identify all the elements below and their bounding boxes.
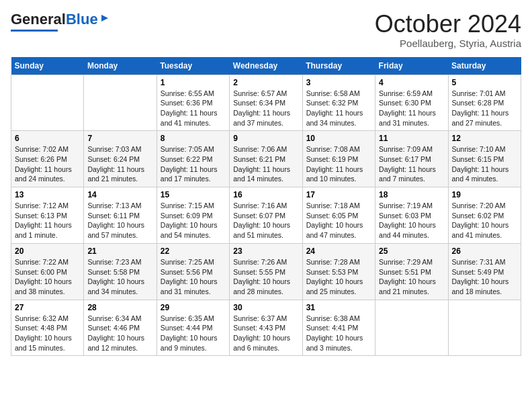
day-cell-24: 24Sunrise: 7:28 AMSunset: 5:53 PMDayligh…	[302, 243, 375, 300]
day-cell-2: 2Sunrise: 6:57 AMSunset: 6:34 PMDaylight…	[230, 75, 302, 131]
day-number: 10	[306, 134, 371, 143]
day-number: 4	[379, 78, 444, 87]
day-info: Sunrise: 7:08 AMSunset: 6:19 PMDaylight:…	[306, 144, 371, 184]
day-info: Sunrise: 6:37 AMSunset: 4:43 PMDaylight:…	[233, 314, 298, 353]
day-number: 27	[15, 303, 80, 312]
location-subtitle: Poellauberg, Styria, Austria	[375, 38, 521, 49]
day-number: 31	[306, 303, 371, 312]
day-cell-7: 7Sunrise: 7:03 AMSunset: 6:24 PMDaylight…	[84, 131, 157, 187]
day-info: Sunrise: 7:26 AMSunset: 5:55 PMDaylight:…	[233, 257, 298, 297]
logo-general-text: General	[11, 11, 66, 28]
day-info: Sunrise: 7:01 AMSunset: 6:28 PMDaylight:…	[452, 89, 517, 128]
day-info: Sunrise: 7:18 AMSunset: 6:05 PMDaylight:…	[306, 201, 371, 240]
col-header-saturday: Saturday	[448, 57, 521, 75]
day-number: 30	[233, 303, 298, 312]
day-info: Sunrise: 7:06 AMSunset: 6:21 PMDaylight:…	[233, 144, 298, 184]
day-cell-20: 20Sunrise: 7:22 AMSunset: 6:00 PMDayligh…	[11, 243, 84, 300]
empty-cell	[448, 300, 521, 356]
day-info: Sunrise: 6:35 AMSunset: 4:44 PMDaylight:…	[161, 314, 226, 353]
day-info: Sunrise: 7:05 AMSunset: 6:22 PMDaylight:…	[161, 144, 226, 184]
day-info: Sunrise: 7:25 AMSunset: 5:56 PMDaylight:…	[161, 257, 226, 297]
day-number: 3	[306, 78, 371, 87]
day-cell-26: 26Sunrise: 7:31 AMSunset: 5:49 PMDayligh…	[448, 243, 521, 300]
day-number: 22	[161, 246, 226, 256]
day-info: Sunrise: 7:29 AMSunset: 5:51 PMDaylight:…	[379, 257, 444, 297]
day-number: 18	[379, 190, 444, 199]
day-number: 17	[306, 190, 371, 199]
day-cell-1: 1Sunrise: 6:55 AMSunset: 6:36 PMDaylight…	[157, 75, 229, 131]
empty-cell	[11, 75, 84, 131]
day-number: 24	[306, 246, 371, 256]
day-number: 25	[379, 246, 444, 256]
month-title: October 2024	[375, 11, 521, 38]
day-info: Sunrise: 7:10 AMSunset: 6:15 PMDaylight:…	[452, 144, 517, 184]
day-info: Sunrise: 7:28 AMSunset: 5:53 PMDaylight:…	[306, 257, 371, 297]
day-info: Sunrise: 6:55 AMSunset: 6:36 PMDaylight:…	[161, 89, 226, 128]
day-cell-10: 10Sunrise: 7:08 AMSunset: 6:19 PMDayligh…	[302, 131, 375, 187]
day-info: Sunrise: 7:12 AMSunset: 6:13 PMDaylight:…	[15, 201, 80, 240]
day-number: 19	[452, 190, 517, 199]
day-info: Sunrise: 7:13 AMSunset: 6:11 PMDaylight:…	[87, 201, 152, 240]
day-cell-25: 25Sunrise: 7:29 AMSunset: 5:51 PMDayligh…	[375, 243, 448, 300]
col-header-sunday: Sunday	[11, 57, 84, 75]
day-number: 29	[161, 303, 226, 312]
day-cell-12: 12Sunrise: 7:10 AMSunset: 6:15 PMDayligh…	[448, 131, 521, 187]
day-number: 23	[233, 246, 298, 256]
day-info: Sunrise: 6:32 AMSunset: 4:48 PMDaylight:…	[15, 314, 80, 353]
day-number: 2	[233, 78, 298, 87]
day-cell-19: 19Sunrise: 7:20 AMSunset: 6:02 PMDayligh…	[448, 187, 521, 244]
day-number: 15	[161, 190, 226, 199]
day-info: Sunrise: 7:03 AMSunset: 6:24 PMDaylight:…	[87, 144, 152, 184]
day-info: Sunrise: 6:57 AMSunset: 6:34 PMDaylight:…	[233, 89, 298, 128]
day-cell-21: 21Sunrise: 7:23 AMSunset: 5:58 PMDayligh…	[84, 243, 157, 300]
day-info: Sunrise: 7:22 AMSunset: 6:00 PMDaylight:…	[15, 257, 80, 297]
day-cell-29: 29Sunrise: 6:35 AMSunset: 4:44 PMDayligh…	[157, 300, 229, 356]
day-info: Sunrise: 7:16 AMSunset: 6:07 PMDaylight:…	[233, 201, 298, 240]
day-number: 16	[233, 190, 298, 199]
day-number: 12	[452, 134, 517, 143]
day-info: Sunrise: 7:19 AMSunset: 6:03 PMDaylight:…	[379, 201, 444, 240]
day-number: 13	[15, 190, 80, 199]
logo: General Blue	[11, 11, 109, 32]
calendar-header-row: SundayMondayTuesdayWednesdayThursdayFrid…	[11, 57, 521, 75]
day-number: 1	[161, 78, 226, 87]
day-cell-28: 28Sunrise: 6:34 AMSunset: 4:46 PMDayligh…	[84, 300, 157, 356]
col-header-wednesday: Wednesday	[230, 57, 302, 75]
week-row-5: 27Sunrise: 6:32 AMSunset: 4:48 PMDayligh…	[11, 300, 521, 356]
day-cell-18: 18Sunrise: 7:19 AMSunset: 6:03 PMDayligh…	[375, 187, 448, 244]
day-info: Sunrise: 7:20 AMSunset: 6:02 PMDaylight:…	[452, 201, 517, 240]
col-header-friday: Friday	[375, 57, 448, 75]
day-cell-8: 8Sunrise: 7:05 AMSunset: 6:22 PMDaylight…	[157, 131, 229, 187]
day-info: Sunrise: 6:58 AMSunset: 6:32 PMDaylight:…	[306, 89, 371, 128]
logo-arrow-icon	[100, 13, 109, 26]
day-number: 7	[87, 134, 152, 143]
logo-underline	[11, 30, 58, 32]
day-number: 21	[87, 246, 152, 256]
day-number: 8	[161, 134, 226, 143]
week-row-1: 1Sunrise: 6:55 AMSunset: 6:36 PMDaylight…	[11, 75, 521, 131]
col-header-thursday: Thursday	[302, 57, 375, 75]
logo-blue-text: Blue	[66, 11, 98, 28]
calendar-table: SundayMondayTuesdayWednesdayThursdayFrid…	[11, 57, 521, 357]
day-info: Sunrise: 7:15 AMSunset: 6:09 PMDaylight:…	[161, 201, 226, 240]
day-number: 9	[233, 134, 298, 143]
day-info: Sunrise: 7:31 AMSunset: 5:49 PMDaylight:…	[452, 257, 517, 297]
day-cell-4: 4Sunrise: 6:59 AMSunset: 6:30 PMDaylight…	[375, 75, 448, 131]
day-number: 14	[87, 190, 152, 199]
day-cell-5: 5Sunrise: 7:01 AMSunset: 6:28 PMDaylight…	[448, 75, 521, 131]
page-header: General Blue October 2024 Poellauberg, S…	[11, 11, 521, 49]
day-cell-6: 6Sunrise: 7:02 AMSunset: 6:26 PMDaylight…	[11, 131, 84, 187]
day-cell-23: 23Sunrise: 7:26 AMSunset: 5:55 PMDayligh…	[230, 243, 302, 300]
day-number: 11	[379, 134, 444, 143]
day-number: 5	[452, 78, 517, 87]
day-info: Sunrise: 7:23 AMSunset: 5:58 PMDaylight:…	[87, 257, 152, 297]
day-cell-17: 17Sunrise: 7:18 AMSunset: 6:05 PMDayligh…	[302, 187, 375, 244]
day-cell-30: 30Sunrise: 6:37 AMSunset: 4:43 PMDayligh…	[230, 300, 302, 356]
day-cell-9: 9Sunrise: 7:06 AMSunset: 6:21 PMDaylight…	[230, 131, 302, 187]
day-cell-13: 13Sunrise: 7:12 AMSunset: 6:13 PMDayligh…	[11, 187, 84, 244]
col-header-monday: Monday	[84, 57, 157, 75]
day-cell-15: 15Sunrise: 7:15 AMSunset: 6:09 PMDayligh…	[157, 187, 229, 244]
day-info: Sunrise: 6:34 AMSunset: 4:46 PMDaylight:…	[87, 314, 152, 353]
day-cell-22: 22Sunrise: 7:25 AMSunset: 5:56 PMDayligh…	[157, 243, 229, 300]
day-info: Sunrise: 6:59 AMSunset: 6:30 PMDaylight:…	[379, 89, 444, 128]
